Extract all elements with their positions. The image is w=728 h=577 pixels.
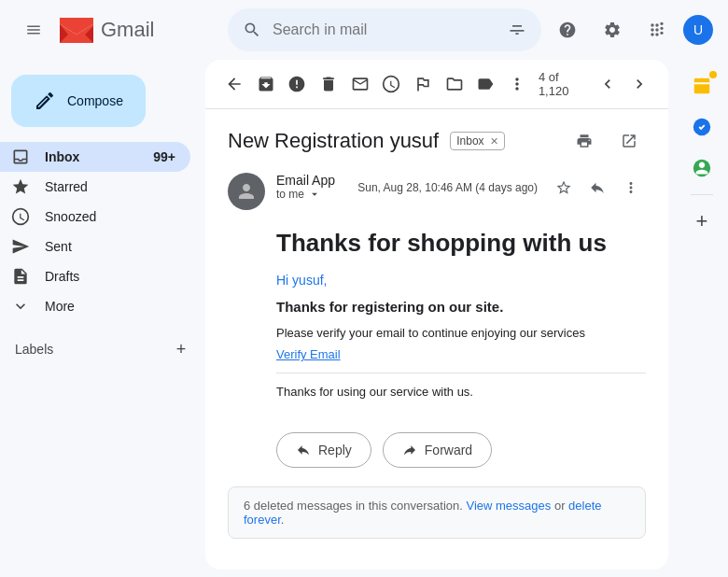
to-dropdown-icon[interactable] [308, 188, 321, 201]
remove-inbox-badge[interactable]: ✕ [490, 135, 498, 148]
next-email-button[interactable] [625, 67, 653, 101]
search-input[interactable] [273, 21, 497, 38]
menu-icon[interactable] [15, 11, 52, 49]
add-to-tasks-button[interactable] [409, 67, 437, 101]
add-label-button[interactable]: + [168, 336, 194, 362]
email-body: Thanks for shopping with us Hi yusuf, Th… [228, 229, 646, 432]
reply-label: Reply [318, 443, 352, 457]
compose-button[interactable]: Compose [11, 75, 146, 127]
email-view: 4 of 1,120 New Registration yusuf [205, 60, 668, 570]
prev-email-button[interactable] [595, 67, 623, 101]
reply-meta-button[interactable] [582, 173, 612, 203]
labels-button[interactable] [472, 67, 500, 101]
delete-period: . [281, 513, 285, 527]
forward-button[interactable]: Forward [383, 432, 492, 468]
reply-forward-row: Reply Forward [276, 432, 646, 468]
right-panel: + [676, 60, 728, 577]
email-divider [276, 373, 646, 373]
back-button[interactable] [220, 67, 248, 101]
view-messages-link[interactable]: View messages [466, 499, 551, 513]
email-content: New Registration yusuf Inbox ✕ [205, 109, 668, 570]
delete-button[interactable] [315, 67, 343, 101]
email-footer: Thanks for using our service with us. [276, 385, 646, 399]
sidebar: Compose Inbox 99+ Starred [0, 60, 205, 577]
labels-section: Labels + [0, 321, 205, 370]
right-panel-divider [691, 194, 713, 195]
add-panel-button[interactable]: + [683, 203, 721, 240]
more-actions-button[interactable] [503, 67, 531, 101]
calendar-dot [709, 71, 717, 78]
sidebar-item-snoozed[interactable]: Snoozed [0, 202, 190, 232]
sidebar-item-sent[interactable]: Sent [0, 232, 190, 261]
email-date: Sun, Aug 28, 10:46 AM (4 days ago) [357, 181, 538, 194]
inbox-label: Inbox [45, 149, 138, 164]
sender-name: Email App [276, 173, 335, 188]
header-left: Gmail [15, 11, 220, 49]
print-button[interactable] [567, 124, 601, 158]
more-email-button[interactable] [616, 173, 646, 203]
gmail-wordmark: Gmail [101, 18, 154, 42]
labels-title: Labels [15, 342, 53, 357]
or-text: or [554, 499, 566, 513]
add-icon: + [696, 209, 708, 233]
sent-icon [11, 237, 30, 256]
header-right: U [549, 11, 713, 49]
drafts-label: Drafts [45, 269, 175, 284]
gmail-logo: Gmail [60, 18, 154, 43]
sidebar-item-inbox[interactable]: Inbox 99+ [0, 142, 190, 172]
svg-rect-0 [694, 78, 710, 94]
inbox-badge: Inbox ✕ [450, 132, 504, 150]
more-icon [11, 297, 30, 316]
archive-button[interactable] [252, 67, 280, 101]
settings-button[interactable] [594, 11, 631, 49]
email-toolbar: 4 of 1,120 [205, 60, 668, 109]
starred-icon [11, 177, 30, 196]
avatar[interactable]: U [683, 15, 713, 45]
deleted-messages-notice: 6 deleted messages in this conversation.… [228, 486, 646, 539]
app-container: Gmail [0, 0, 728, 577]
email-thanks: Thanks for registering on our site. [276, 299, 646, 315]
drafts-icon [11, 267, 30, 286]
email-count: 4 of 1,120 [539, 70, 583, 98]
inbox-icon [11, 148, 30, 166]
report-spam-button[interactable] [283, 67, 311, 101]
sender-to[interactable]: to me [276, 188, 346, 201]
email-heading: Thanks for shopping with us [276, 229, 646, 258]
email-subject-row: New Registration yusuf Inbox ✕ [228, 124, 646, 158]
header: Gmail [0, 0, 728, 60]
email-verify-text: Please verify your email to continue enj… [276, 326, 646, 340]
email-meta-right: Sun, Aug 28, 10:46 AM (4 days ago) [357, 173, 646, 203]
open-in-new-button[interactable] [612, 124, 646, 158]
search-icon [243, 21, 261, 39]
sidebar-item-more[interactable]: More [0, 291, 190, 321]
snoozed-label: Snoozed [45, 209, 175, 224]
snooze-button[interactable] [377, 67, 405, 101]
apps-button[interactable] [638, 11, 676, 49]
sidebar-item-drafts[interactable]: Drafts [0, 261, 190, 291]
inbox-badge: 99+ [153, 149, 175, 164]
move-to-button[interactable] [441, 67, 469, 101]
more-label: More [45, 299, 175, 314]
calendar-panel-button[interactable] [683, 67, 721, 105]
mark-unread-button[interactable] [346, 67, 374, 101]
compose-label: Compose [67, 93, 123, 108]
forward-label: Forward [425, 443, 472, 457]
email-greeting: Hi yusuf, [276, 273, 646, 288]
help-button[interactable] [549, 11, 586, 49]
tune-icon[interactable] [508, 21, 526, 39]
starred-label: Starred [45, 179, 175, 194]
search-bar [228, 8, 541, 51]
deleted-msg-text: 6 deleted messages in this conversation. [244, 499, 463, 513]
sender-avatar [228, 173, 265, 210]
sent-label: Sent [45, 239, 175, 254]
reply-button[interactable]: Reply [276, 432, 371, 468]
star-button[interactable] [549, 173, 579, 203]
snoozed-icon [11, 207, 30, 226]
contacts-panel-button[interactable] [683, 149, 721, 187]
email-meta: Email App to me Sun, Aug 28, 10:46 AM (4… [228, 173, 646, 210]
body: Compose Inbox 99+ Starred [0, 60, 728, 577]
email-subject: New Registration yusuf [228, 129, 439, 153]
sidebar-item-starred[interactable]: Starred [0, 172, 190, 202]
verify-email-link[interactable]: Verify Email [276, 347, 646, 361]
tasks-panel-button[interactable] [683, 108, 721, 146]
